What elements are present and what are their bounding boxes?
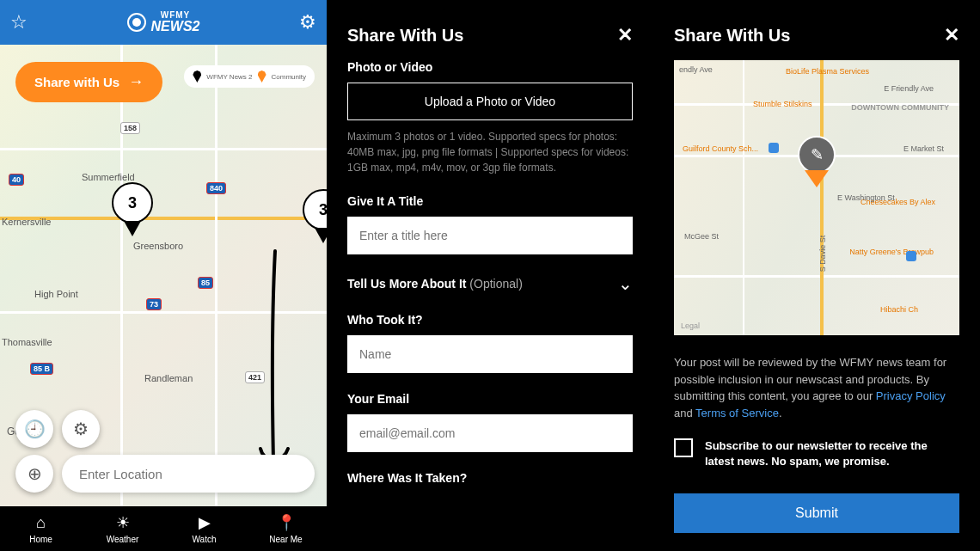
map-city-label: Randleman bbox=[144, 373, 193, 383]
newsletter-checkbox[interactable] bbox=[674, 438, 693, 457]
pencil-icon: ✎ bbox=[811, 145, 824, 164]
close-icon[interactable]: ✕ bbox=[617, 24, 633, 46]
map-poi-label: BioLife Plasma Services bbox=[786, 67, 869, 76]
top-bar: ☆ WFMY NEWS2 ⚙ bbox=[0, 0, 327, 45]
upload-hint: Maximum 3 photos or 1 video. Supported s… bbox=[347, 129, 633, 175]
arrow-right-icon: → bbox=[128, 73, 144, 91]
chevron-down-icon: ⌄ bbox=[618, 273, 633, 294]
close-icon[interactable]: ✕ bbox=[944, 24, 959, 46]
sliders-icon: ⚙ bbox=[73, 419, 89, 439]
map-poi-label: Hibachi Ch bbox=[880, 305, 918, 314]
privacy-policy-link[interactable]: Privacy Policy bbox=[876, 389, 946, 402]
logo: WFMY NEWS2 bbox=[127, 11, 200, 34]
share-form-screen-2: Share With Us ✕ endly Ave BioLife Plasma… bbox=[653, 0, 980, 551]
map-street-label: endly Ave bbox=[679, 65, 713, 74]
modal-title: Share With Us bbox=[347, 26, 463, 46]
map-city-label: Summerfield bbox=[82, 172, 135, 182]
map-screen: ☆ WFMY NEWS2 ⚙ 158 40 840 85 73 421 85 B… bbox=[0, 0, 327, 551]
nav-watch[interactable]: ▶Watch bbox=[163, 506, 245, 551]
bottom-nav: ⌂Home ☀Weather ▶Watch 📍Near Me bbox=[0, 506, 327, 551]
upload-button[interactable]: Upload a Photo or Video bbox=[347, 83, 633, 120]
map-poi-label: Natty Greene's Brewpub bbox=[849, 248, 934, 256]
cbs-eye-icon bbox=[127, 13, 146, 32]
route-shield: 85 B bbox=[30, 363, 53, 375]
map-pin[interactable]: 3 bbox=[112, 182, 153, 236]
locate-me-button[interactable]: ⊕ bbox=[15, 455, 53, 493]
weather-icon: ☀ bbox=[116, 513, 130, 532]
share-with-us-button[interactable]: Share with Us → bbox=[15, 62, 162, 102]
pin-icon bbox=[258, 70, 266, 83]
location-pin-icon: 📍 bbox=[277, 513, 296, 532]
share-form-screen-1: Share With Us ✕ Photo or Video Upload a … bbox=[327, 0, 653, 551]
map-poi-label: Guilford County Sch... bbox=[683, 144, 758, 153]
email-input[interactable] bbox=[347, 414, 633, 452]
logo-news2: NEWS2 bbox=[151, 20, 200, 34]
favorites-icon[interactable]: ☆ bbox=[10, 11, 28, 34]
terms-of-service-link[interactable]: Terms of Service bbox=[695, 407, 779, 419]
map-street-label: E Friendly Ave bbox=[884, 84, 934, 93]
map-city-label: Greensboro bbox=[133, 241, 183, 251]
map-pin[interactable]: 3 bbox=[303, 189, 327, 243]
map-city-label: Kernersville bbox=[2, 217, 51, 227]
nav-home[interactable]: ⌂Home bbox=[0, 506, 82, 551]
email-label: Your Email bbox=[347, 392, 633, 406]
nav-near-me[interactable]: 📍Near Me bbox=[245, 506, 327, 551]
map-street-label: E Market St bbox=[903, 144, 944, 153]
map-street-label: E Washington St bbox=[837, 193, 895, 202]
route-shield: 158 bbox=[120, 122, 140, 134]
where-taken-label: Where Was It Taken? bbox=[347, 471, 633, 485]
location-map-preview[interactable]: endly Ave BioLife Plasma Services E Frie… bbox=[674, 60, 959, 335]
map-city-label: High Point bbox=[34, 289, 78, 299]
disclaimer-text: Your post will be reviewed by the WFMY n… bbox=[653, 354, 980, 421]
home-icon: ⌂ bbox=[36, 514, 46, 532]
name-input[interactable] bbox=[347, 335, 633, 373]
title-input[interactable] bbox=[347, 217, 633, 254]
photo-video-label: Photo or Video bbox=[347, 60, 633, 74]
map-street-label: S Davie St bbox=[818, 236, 827, 272]
newsletter-label: Subscribe to our newsletter to receive t… bbox=[705, 438, 959, 469]
filter-button[interactable]: ⚙ bbox=[62, 410, 100, 448]
crosshair-icon: ⊕ bbox=[28, 463, 42, 484]
modal-title: Share With Us bbox=[674, 26, 790, 46]
title-label: Give It A Title bbox=[347, 194, 633, 208]
nav-weather[interactable]: ☀Weather bbox=[82, 506, 163, 551]
editable-location-pin[interactable]: ✎ bbox=[798, 136, 836, 187]
clock-icon: 🕘 bbox=[24, 419, 46, 439]
who-took-label: Who Took It? bbox=[347, 313, 633, 327]
map-poi-label: Stumble Stilskins bbox=[753, 100, 812, 108]
pin-icon bbox=[193, 70, 201, 83]
route-shield: 40 bbox=[9, 174, 24, 186]
transit-icon bbox=[906, 251, 916, 261]
route-shield: 73 bbox=[146, 298, 162, 310]
history-button[interactable]: 🕘 bbox=[15, 410, 53, 448]
map-legend: WFMY News 2 Community bbox=[184, 65, 315, 88]
play-icon: ▶ bbox=[199, 513, 211, 532]
tell-more-toggle[interactable]: Tell Us More About It (Optional) ⌄ bbox=[347, 273, 633, 294]
settings-icon[interactable]: ⚙ bbox=[299, 11, 316, 34]
route-shield: 85 bbox=[198, 277, 213, 289]
location-input[interactable] bbox=[62, 455, 315, 493]
map-street-label: McGee St bbox=[684, 232, 719, 241]
transit-icon bbox=[769, 143, 779, 153]
submit-button[interactable]: Submit bbox=[674, 493, 959, 533]
map-district-label: DOWNTOWN COMMUNITY bbox=[851, 103, 949, 112]
map-legal-label: Legal bbox=[681, 321, 700, 330]
map-city-label: Thomasville bbox=[2, 337, 52, 347]
route-shield: 840 bbox=[206, 182, 226, 194]
